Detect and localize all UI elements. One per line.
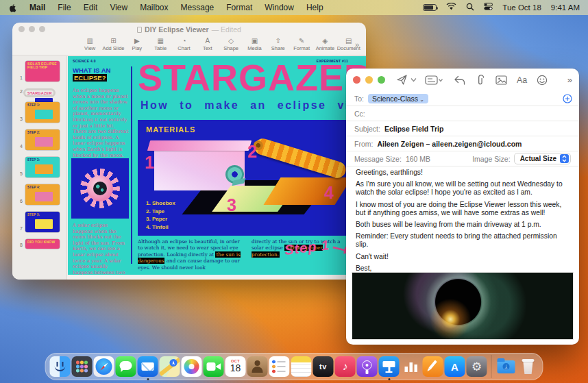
dock-icon-podcasts[interactable] <box>357 356 378 377</box>
apple-menu-icon[interactable] <box>8 3 17 12</box>
toolbar-table-button[interactable]: ▦Table <box>149 36 172 51</box>
toolbar-add-slide-button[interactable]: ⊞Add Slide <box>101 36 125 51</box>
dock-icon-calendar[interactable]: OCT18 <box>225 356 246 377</box>
slide-stargazers[interactable]: SCIENCE 4.0 EXPERIMENT #11 WHAT IS ANECL… <box>68 56 366 275</box>
keynote-minimize-button[interactable] <box>29 26 35 32</box>
keynote-window: DIY Eclipse Viewer— Edited ▥View ⊞Add Sl… <box>12 23 366 280</box>
dock-icon-keynote[interactable] <box>379 356 400 377</box>
mail-zoom-button[interactable] <box>378 76 385 84</box>
add-recipient-button[interactable] <box>563 94 572 105</box>
send-options-chevron-icon[interactable] <box>411 77 417 82</box>
slide-canvas: SCIENCE 4.0 EXPERIMENT #11 WHAT IS ANECL… <box>68 56 366 280</box>
dock-icon-notes[interactable] <box>291 356 312 377</box>
dock-separator <box>491 355 492 378</box>
size-row: Message Size: 160 MB Image Size: Actual … <box>346 151 579 166</box>
dock-icon-app-store[interactable]: A <box>445 356 465 377</box>
insert-photo-icon[interactable] <box>495 75 507 85</box>
slide-thumbnail-8[interactable]: 8 DID YOU KNOW <box>12 239 66 249</box>
image-size-select[interactable]: Actual Size <box>514 153 571 164</box>
menu-help[interactable]: Help <box>306 3 323 12</box>
keynote-title-bar[interactable]: DIY Eclipse Viewer— Edited <box>12 23 366 36</box>
mail-minimize-button[interactable] <box>365 76 373 84</box>
dock-icon-reminders[interactable] <box>269 356 290 377</box>
slide-thumbnail-7[interactable]: 7 STEP 5: <box>12 212 66 232</box>
dock-icon-music[interactable]: ♪ <box>335 356 356 377</box>
toolbar-share-button[interactable]: ⇧Share <box>267 36 290 51</box>
menu-mailbox[interactable]: Mailbox <box>140 3 168 12</box>
battery-icon[interactable] <box>423 4 437 11</box>
play-icon: ▶ <box>134 36 140 45</box>
slide-thumbnail-3[interactable]: 3 STEP 1: <box>12 102 66 123</box>
image-size-label: Image Size: <box>472 155 510 163</box>
mail-traffic-lights <box>353 76 385 84</box>
cc-field[interactable]: Cc: <box>346 106 579 121</box>
slide-thumbnail-1[interactable]: 1 SOLAR ECLIPSE FIELD TRIP <box>12 61 66 82</box>
text-icon: A <box>205 36 210 45</box>
send-icon[interactable] <box>396 74 408 86</box>
text-format-icon[interactable]: Aa <box>517 75 527 85</box>
slide-thumbnail-6[interactable]: 6 STEP 4: <box>12 184 66 205</box>
dock-icon-trash[interactable] <box>518 356 539 377</box>
dock-icon-photos[interactable] <box>182 356 202 377</box>
toolbar-text-button[interactable]: AText <box>196 36 219 51</box>
keynote-zoom-button[interactable] <box>39 26 45 32</box>
mail-toolbar[interactable]: Aa » <box>346 69 579 91</box>
menu-bar-left: Mail File Edit View Mailbox Message Form… <box>8 3 323 12</box>
menu-message[interactable]: Message <box>181 3 215 12</box>
dock-icon-numbers[interactable] <box>401 356 421 377</box>
toolbar-shape-button[interactable]: ◇Shape <box>219 36 243 51</box>
menu-file[interactable]: File <box>58 3 71 12</box>
media-icon: ▣ <box>252 36 258 45</box>
from-field[interactable]: From: Aileen Zeigen – aileen.zeigen@iclo… <box>346 136 579 151</box>
toolbar-chart-button[interactable]: ◔Chart <box>172 36 195 51</box>
menu-format[interactable]: Format <box>226 3 252 12</box>
dock-icon-tv[interactable]: tv <box>313 356 334 377</box>
reply-icon[interactable] <box>454 75 465 85</box>
slide-thumbnail-5[interactable]: 5 STEP 3: <box>12 157 66 177</box>
dock-icon-messages[interactable] <box>116 356 136 377</box>
toolbar-play-button[interactable]: ▶Play <box>125 36 149 51</box>
emoji-icon[interactable] <box>537 75 548 86</box>
slide-subtitle: How to make an eclipse viewer! <box>140 99 366 112</box>
keynote-close-button[interactable] <box>19 26 25 32</box>
dock-icon-downloads[interactable]: ↓ <box>496 356 517 377</box>
header-fields-icon[interactable] <box>425 75 443 85</box>
slide-thumbnail-2-selected[interactable]: 2 STARGAZER <box>12 88 66 95</box>
toolbar-media-button[interactable]: ▣Media <box>243 36 266 51</box>
control-center-icon[interactable] <box>484 3 493 12</box>
chart-icon: ◔ <box>182 36 186 45</box>
menu-window[interactable]: Window <box>265 3 294 12</box>
to-field[interactable]: To: Science-Class⌄ <box>346 91 579 106</box>
mail-toolbar-overflow-chevron-icon[interactable]: » <box>567 75 572 85</box>
menu-app-name[interactable]: Mail <box>29 3 45 12</box>
dock-icon-safari[interactable] <box>94 356 114 377</box>
subject-field[interactable]: Subject: Eclipse Field Trip <box>346 121 579 136</box>
mail-close-button[interactable] <box>353 76 360 84</box>
slide-thumbnail-4[interactable]: 4 STEP 2: <box>12 129 66 150</box>
message-body[interactable]: Greetings, earthlings! As I'm sure you a… <box>356 169 569 284</box>
toolbar-overflow-chevron-icon[interactable]: » <box>355 40 359 49</box>
attach-paperclip-icon[interactable] <box>476 75 485 86</box>
dock-icon-system-settings[interactable]: ⚙ <box>467 356 487 377</box>
dock-icon-finder[interactable] <box>50 356 71 377</box>
dock-icon-launchpad[interactable] <box>72 356 93 377</box>
menu-clock-time[interactable]: 9:41 AM <box>551 3 580 12</box>
message-size-label: Message Size: <box>354 155 402 163</box>
body-paragraph: As I'm sure you all know, we will be set… <box>356 180 569 197</box>
dock-icon-pages[interactable] <box>423 356 443 377</box>
recipient-token-science-class[interactable]: Science-Class⌄ <box>368 94 428 103</box>
toolbar-animate-button[interactable]: ◈Animate <box>313 36 336 51</box>
dock-icon-contacts[interactable] <box>247 356 268 377</box>
dock-icon-facetime[interactable] <box>204 356 224 377</box>
dock-icon-mail[interactable] <box>138 356 158 377</box>
toolbar-format-button[interactable]: ✎Format <box>290 36 313 51</box>
wifi-icon[interactable] <box>446 3 456 12</box>
menu-clock-date[interactable]: Tue Oct 18 <box>502 3 541 12</box>
menu-edit[interactable]: Edit <box>84 3 98 12</box>
spotlight-search-icon[interactable] <box>466 3 474 13</box>
dock-icon-maps[interactable] <box>160 356 180 377</box>
toolbar-view-button[interactable]: ▥View <box>78 36 101 51</box>
attachment-eclipse-photo[interactable] <box>352 272 574 340</box>
mail-compose-window: Aa » To: Science-Class⌄ Cc: Subject: Ecl… <box>346 69 579 345</box>
menu-view[interactable]: View <box>110 3 127 12</box>
